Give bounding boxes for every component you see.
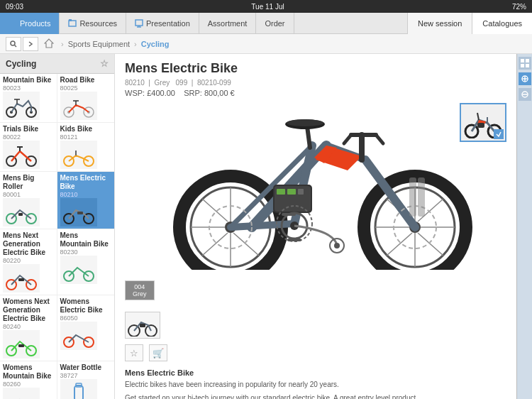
grid-view-button[interactable] [519,57,531,70]
product-row-6: Womens Mountain Bike 80260 Water Bottle … [0,361,114,399]
resources-icon [68,19,77,28]
svg-rect-113 [140,324,145,327]
product-item-mens-big-roller[interactable]: Mens Big Roller 80001 [0,172,57,229]
svg-rect-104 [418,177,425,217]
products-icon [9,19,17,28]
svg-rect-0 [9,19,12,23]
home-icon[interactable] [44,38,54,50]
svg-rect-102 [282,213,296,216]
mens-mountain-bike-thumb [60,256,97,284]
product-desc-line1: Electric bikes have been increasing in p… [125,379,506,390]
breadcrumb-cycling[interactable]: Cycling [141,40,170,48]
presentation-icon [135,19,143,28]
tab-resources[interactable]: Resources [60,13,126,34]
svg-rect-49 [74,386,83,399]
womens-mountain-bike-thumb [3,388,40,399]
tab-order[interactable]: Order [256,13,294,34]
mountain-bike-thumb [3,92,40,120]
svg-point-9 [11,41,15,45]
product-description: Electric bikes have been increasing in p… [125,379,506,399]
zoom-in-button[interactable] [519,72,531,85]
product-row-2: Trials Bike 80022 Kids Bike 80121 [0,123,114,172]
color-swatch-grey[interactable]: 004 Grey [125,280,155,300]
product-item-mens-electric-bike[interactable]: Mens Electric Bike 80210 [57,172,115,229]
svg-rect-114 [521,59,524,62]
svg-line-109 [477,113,479,120]
product-item-womens-mountain-bike[interactable]: Womens Mountain Bike 80260 [0,361,57,399]
battery-display: 72% [512,3,526,11]
svg-marker-11 [45,39,53,48]
add-to-cart-button[interactable]: 🛒 [149,344,167,361]
product-desc-title: Mens Electric Bike [125,368,506,377]
thumbnail-row [125,312,506,339]
svg-rect-44 [18,344,24,347]
svg-line-95 [344,135,351,143]
svg-line-94 [376,135,383,143]
svg-rect-103 [409,177,416,217]
color-swatch-area: 004 Grey [125,280,506,306]
tab-assortment[interactable]: Assortment [199,13,257,34]
breadcrumb-nav [6,37,38,51]
catalogues-button[interactable]: Catalogues [472,13,532,34]
svg-rect-115 [526,59,529,62]
tab-resources-label: Resources [79,19,117,28]
svg-rect-84 [277,189,285,195]
product-item-mens-ng-ebike[interactable]: Mens Next Generation Electric Bike 80220 [0,229,57,295]
product-item-water-bottle[interactable]: Water Bottle 38727 [57,361,115,399]
product-mini-thumbnail[interactable] [460,103,506,142]
svg-line-70 [418,233,443,256]
womens-ebike-thumb [60,322,97,350]
product-variant-code: 80210-099 [197,79,231,87]
svg-rect-2 [9,24,12,28]
product-row-5: Womens Next Generation Electric Bike 802… [0,295,114,361]
product-item-road-bike[interactable]: Road Bike 80025 [57,74,115,123]
svg-rect-6 [135,20,143,26]
product-code: 80210 [125,79,145,87]
svg-rect-101 [287,239,301,241]
new-session-button[interactable]: New session [407,13,472,34]
product-row-1: Mountain Bike 80023 Road Bike 8 [0,74,114,123]
trials-bike-thumb [3,141,40,169]
product-item-mens-mountain-bike[interactable]: Mens Mountain Bike 80230 [57,229,115,295]
svg-rect-108 [477,123,484,128]
product-row-3: Mens Big Roller 80001 Mens Electric Bike… [0,172,114,229]
product-thumb-1[interactable] [125,312,160,339]
sidebar-header: Cycling ☆ [0,54,114,74]
right-sidebar [516,54,532,399]
svg-rect-1 [13,19,17,23]
mens-big-roller-thumb [3,198,40,226]
breadcrumb-sports[interactable]: Sports Equipment [68,40,130,48]
tab-products[interactable]: Products [0,13,60,34]
product-item-womens-ng-ebike[interactable]: Womens Next Generation Electric Bike 802… [0,295,57,361]
zoom-out-button[interactable] [519,88,531,101]
product-item-womens-ebike[interactable]: Womens Electric Bike 86050 [57,295,115,361]
product-meta: 80210 | Grey 099 | 80210-099 [125,79,506,87]
tab-products-label: Products [20,19,50,28]
action-buttons: ☆ 🛒 [125,344,506,361]
product-item-mountain-bike[interactable]: Mountain Bike 80023 [0,74,57,123]
time-display: 09:03 [6,3,23,11]
breadcrumb-search[interactable] [6,37,21,51]
kids-bike-thumb [60,141,97,169]
product-image-area [125,103,506,273]
wishlist-button[interactable]: ☆ [125,344,143,361]
breadcrumb-bar: › Sports Equipment › Cycling [0,34,532,54]
mens-electric-bike-thumb-small [60,198,97,226]
sidebar-star-icon[interactable]: ☆ [100,58,109,69]
svg-rect-85 [287,189,296,195]
product-item-trials-bike[interactable]: Trials Bike 80022 [0,123,57,172]
product-color: Grey [155,79,170,87]
product-color-code: 099 [176,79,188,87]
tab-presentation[interactable]: Presentation [126,13,199,34]
breadcrumb-sep1: › [61,40,64,48]
product-sidebar: Cycling ☆ Mountain Bike 80023 [0,54,115,399]
breadcrumb-sep2: › [134,40,137,48]
product-item-kids-bike[interactable]: Kids Bike 80121 [57,123,115,172]
road-bike-thumb [60,92,97,120]
svg-line-76 [231,224,294,227]
product-srp: SRP: 800,00 € [184,89,235,97]
product-main-image [153,106,479,270]
mens-ng-ebike-thumb [3,264,40,293]
svg-rect-5 [69,19,72,21]
breadcrumb-forward[interactable] [23,37,38,51]
